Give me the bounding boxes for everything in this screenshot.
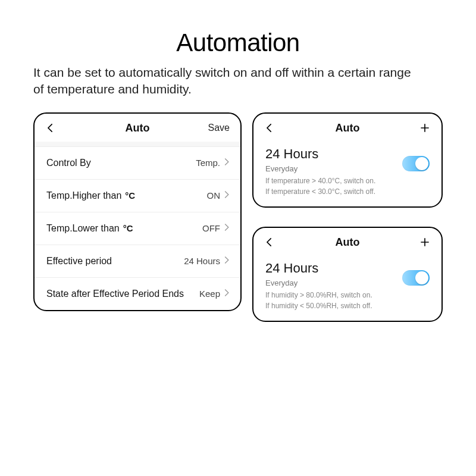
rule-toggle[interactable] xyxy=(402,156,430,171)
rule-header: Auto xyxy=(253,114,441,142)
row-state-after[interactable]: State after Effective Period Ends Keep xyxy=(35,277,240,310)
row-label: Effective period xyxy=(46,256,112,267)
rule-header-title: Auto xyxy=(336,122,360,134)
rule-header-title: Auto xyxy=(336,236,360,249)
rule-condition-off: If humidity < 50.0%RH, switch off. xyxy=(265,300,372,311)
back-icon[interactable] xyxy=(264,236,290,248)
add-button[interactable] xyxy=(405,122,431,134)
rule-condition-off: If temperature < 30.0°C, switch off. xyxy=(265,186,375,197)
rule-condition-on: If humidity > 80.0%RH, switch on. xyxy=(265,290,372,300)
rule-header: Auto xyxy=(253,228,441,256)
row-label: Temp.Higher than °C xyxy=(46,190,135,201)
page-subtitle: It can be set to automatically switch on… xyxy=(33,64,414,98)
row-value: Temp. xyxy=(196,158,230,168)
settings-card: Auto Save Control By Temp. Temp.Higher t… xyxy=(33,112,242,311)
chevron-right-icon xyxy=(224,158,230,168)
row-label: Temp.Lower than °C xyxy=(46,223,133,234)
row-effective-period[interactable]: Effective period 24 Hours xyxy=(35,245,240,277)
rule-summary[interactable]: 24 Hours Everyday If temperature > 40.0°… xyxy=(265,146,375,197)
row-temp-higher[interactable]: Temp.Higher than °C ON xyxy=(35,179,240,212)
unit-celsius: °C xyxy=(125,190,135,201)
row-label: State after Effective Period Ends xyxy=(46,289,184,299)
back-icon[interactable] xyxy=(45,122,71,134)
save-button[interactable]: Save xyxy=(203,123,230,133)
page-title: Automation xyxy=(33,29,443,57)
rule-summary[interactable]: 24 Hours Everyday If humidity > 80.0%RH,… xyxy=(265,261,372,311)
chevron-right-icon xyxy=(224,190,230,201)
add-button[interactable] xyxy=(405,236,431,248)
settings-title: Auto xyxy=(126,122,150,134)
row-label: Control By xyxy=(46,158,91,168)
toggle-knob xyxy=(415,157,428,170)
toggle-knob xyxy=(415,271,428,284)
row-value: 24 Hours xyxy=(184,256,230,266)
row-value: ON xyxy=(207,190,230,201)
row-value: Keep xyxy=(199,289,230,299)
row-value: OFF xyxy=(202,223,230,233)
rule-toggle[interactable] xyxy=(402,270,430,286)
settings-header: Auto Save xyxy=(35,114,240,142)
rule-condition-on: If temperature > 40.0°C, switch on. xyxy=(265,176,375,186)
rule-title: 24 Hours xyxy=(265,146,375,162)
rule-card-humidity: Auto 24 Hours Everyday If humidity > 80.… xyxy=(252,227,443,322)
rule-card-temperature: Auto 24 Hours Everyday If temperature > … xyxy=(252,112,443,208)
divider xyxy=(35,142,240,146)
unit-celsius: °C xyxy=(123,223,133,233)
rule-subtitle: Everyday xyxy=(265,278,372,287)
rule-title: 24 Hours xyxy=(265,261,372,276)
chevron-right-icon xyxy=(224,223,230,233)
row-control-by[interactable]: Control By Temp. xyxy=(35,146,240,179)
chevron-right-icon xyxy=(224,289,230,299)
back-icon[interactable] xyxy=(264,122,290,134)
rule-subtitle: Everyday xyxy=(265,164,375,173)
chevron-right-icon xyxy=(224,256,230,266)
row-temp-lower[interactable]: Temp.Lower than °C OFF xyxy=(35,212,240,245)
